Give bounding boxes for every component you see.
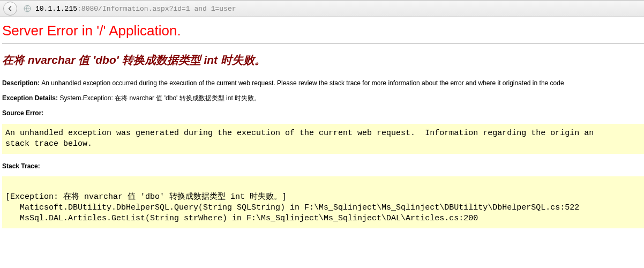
globe-icon (23, 4, 32, 13)
error-heading: 在将 nvarchar 值 'dbo' 转换成数据类型 int 时失败。 (2, 53, 644, 68)
exception-label: Exception Details: (2, 94, 59, 102)
source-error-label: Source Error: (2, 109, 43, 117)
heading-int: int (204, 54, 218, 66)
browser-toolbar: 10.1.1.215:8080/Information.aspx?id=1 an… (0, 0, 644, 17)
description-row: Description: An unhandled exception occu… (2, 78, 644, 88)
url-port: 8080 (81, 5, 98, 13)
heading-dbo: 'dbo' (93, 54, 118, 66)
heading-text-mid2: 转换成数据类型 (119, 54, 204, 66)
heading-text-post: 时失败。 (218, 54, 266, 66)
stack-trace-block: [Exception: 在将 nvarchar 值 'dbo' 转换成数据类型 … (2, 176, 644, 228)
exception-text: System.Exception: 在将 nvarchar 值 'dbo' 转换… (59, 94, 260, 102)
description-text: An unhandled exception occurred during t… (41, 79, 564, 87)
url-path: /Information.aspx?id=1 and 1=user (98, 5, 236, 13)
stack-trace-row: Stack Trace: (2, 161, 644, 171)
back-arrow-icon (7, 5, 13, 12)
page-content: Server Error in '/' Application. 在将 nvar… (0, 17, 644, 228)
source-error-block: An unhandled exception was generated dur… (2, 124, 644, 154)
stack-trace-label: Stack Trace: (2, 162, 40, 170)
source-error-row: Source Error: (2, 108, 644, 118)
title-rule (2, 43, 644, 44)
server-error-title: Server Error in '/' Application. (2, 23, 644, 43)
heading-text-pre: 在将 (2, 54, 28, 66)
url-host: 10.1.1.215 (35, 5, 77, 13)
exception-row: Exception Details: System.Exception: 在将 … (2, 93, 644, 103)
heading-text-mid1: 值 (76, 54, 93, 66)
address-bar[interactable]: 10.1.1.215:8080/Information.aspx?id=1 an… (35, 5, 236, 13)
description-label: Description: (2, 79, 41, 87)
url-port-sep: : (77, 5, 81, 13)
back-button[interactable] (3, 2, 17, 16)
heading-nvarchar: nvarchar (28, 54, 76, 66)
